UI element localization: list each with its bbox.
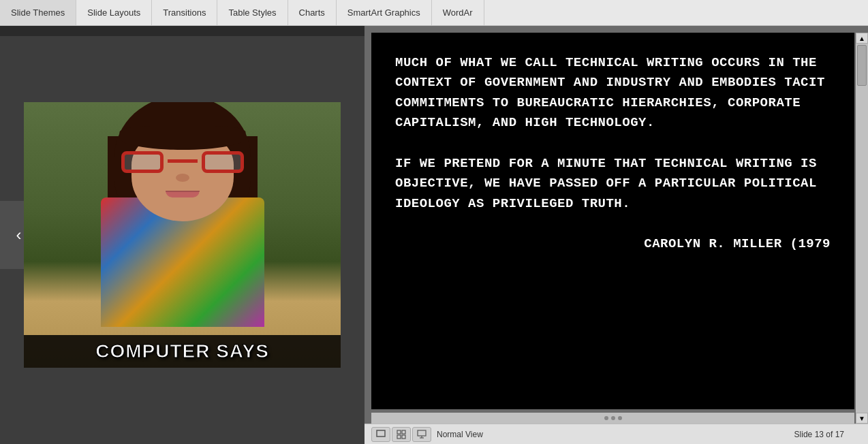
presenter-view-button[interactable] (412, 427, 431, 442)
presenter-view-icon (417, 430, 427, 439)
slide-paragraph-1: MUCH OF WHAT WE CALL TECHNICAL WRITING O… (395, 53, 831, 133)
main-content: ‹ (0, 26, 868, 444)
scroll-dot (611, 416, 615, 420)
tab-transitions[interactable]: Transitions (152, 0, 217, 25)
toolbar: Slide Themes Slide Layouts Transitions T… (0, 0, 868, 26)
slide-thumbnail: COMPUTER SAYS (24, 102, 341, 368)
tab-wordar[interactable]: WordAr (432, 0, 484, 25)
svg-rect-3 (397, 435, 401, 439)
normal-view-label: Normal View (437, 430, 483, 439)
view-controls: Normal View (371, 427, 483, 442)
normal-view-icon (376, 430, 386, 439)
vertical-scrollbar[interactable]: ▲ ▼ (856, 33, 868, 424)
scroll-up-icon: ▲ (858, 35, 865, 42)
slide-counter: Slide 13 of 17 (794, 430, 844, 439)
tab-charts[interactable]: Charts (288, 0, 337, 25)
view-mode-buttons (371, 427, 431, 442)
slide-attribution: CAROLYN R. MILLER (1979 (395, 234, 831, 254)
svg-rect-1 (397, 430, 401, 434)
left-panel: ‹ (0, 26, 365, 444)
normal-view-button[interactable] (371, 427, 390, 442)
scroll-down-button[interactable]: ▼ (856, 413, 868, 424)
svg-rect-0 (377, 430, 385, 437)
top-strip (0, 26, 365, 36)
meme-caption-bar: COMPUTER SAYS (24, 335, 341, 368)
svg-rect-4 (402, 435, 405, 439)
tab-smartart-graphics[interactable]: SmartArt Graphics (337, 0, 432, 25)
status-bar: Normal View Slide 13 of 17 (365, 424, 868, 444)
scroll-dot (604, 416, 608, 420)
svg-rect-5 (418, 430, 426, 436)
right-panel: MUCH OF WHAT WE CALL TECHNICAL WRITING O… (365, 26, 868, 444)
meme-caption-text: COMPUTER SAYS (95, 340, 269, 362)
scroll-dots (604, 416, 622, 420)
grid-view-icon (397, 430, 406, 439)
svg-rect-2 (402, 430, 405, 434)
slide-text: MUCH OF WHAT WE CALL TECHNICAL WRITING O… (395, 53, 831, 255)
scroll-up-button[interactable]: ▲ (856, 33, 868, 44)
meme-image: COMPUTER SAYS (24, 102, 341, 368)
tab-slide-themes[interactable]: Slide Themes (0, 0, 76, 25)
scrollbar-thumb[interactable] (857, 45, 867, 86)
tab-table-styles[interactable]: Table Styles (217, 0, 288, 25)
main-slide: MUCH OF WHAT WE CALL TECHNICAL WRITING O… (371, 33, 854, 409)
grid-view-button[interactable] (392, 427, 411, 442)
horizontal-scrollbar[interactable] (371, 413, 854, 424)
tab-slide-layouts[interactable]: Slide Layouts (76, 0, 152, 25)
scroll-dot (618, 416, 622, 420)
scroll-down-icon: ▼ (858, 415, 865, 422)
slide-paragraph-2: IF WE PRETEND FOR A MINUTE THAT TECHNICA… (395, 154, 831, 214)
